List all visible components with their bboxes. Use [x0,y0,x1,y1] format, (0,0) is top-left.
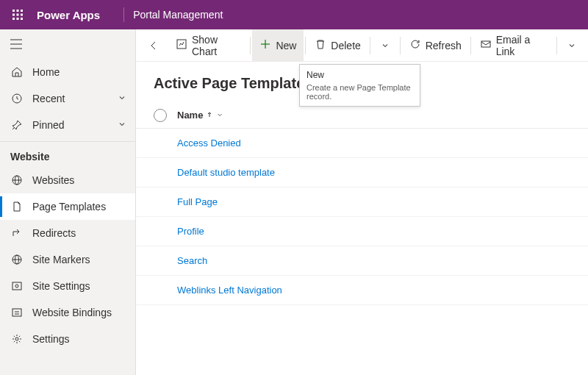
svg-rect-2 [21,10,23,12]
svg-rect-3 [12,14,15,16]
cmd-label: Show Chart [192,34,241,57]
mail-icon [480,38,492,52]
column-name[interactable]: Name [171,110,223,121]
email-more-button[interactable] [559,29,585,62]
command-bar: Show Chart New Delete [136,29,588,62]
sidebar-item-page-templates[interactable]: Page Templates [0,193,135,220]
new-button[interactable]: New [252,29,304,62]
sidebar-item-label: Site Settings [32,280,90,292]
email-link-button[interactable]: Email a Link [473,29,555,62]
table-row[interactable]: Access Denied [136,129,588,158]
table-row[interactable]: Search [136,246,588,276]
sidebar-item-websites[interactable]: Websites [0,167,135,193]
svg-rect-27 [481,41,490,47]
cmd-divider [400,37,401,54]
cmd-divider [250,37,251,54]
hamburger-button[interactable] [0,29,135,59]
sidebar-item-label: Websites [32,174,74,186]
sidebar-divider [0,141,135,142]
row-name-link[interactable]: Search [171,255,207,266]
sidebar-item-label: Settings [32,333,70,345]
tooltip-title: New [306,70,413,80]
sidebar-item-label: Website Bindings [32,307,112,318]
redirect-icon [10,226,24,240]
sidebar-item-settings[interactable]: Settings [0,326,135,352]
app-header: Power Apps Portal Management [0,0,588,29]
sidebar-item-label: Home [32,66,60,78]
chart-icon [176,38,187,52]
svg-line-13 [12,127,15,129]
svg-point-23 [15,338,18,340]
cmd-label: Refresh [426,40,462,51]
svg-rect-20 [12,282,21,290]
chevron-down-icon [216,110,223,121]
select-all[interactable] [149,109,171,122]
cmd-divider [470,37,471,54]
sidebar-item-home[interactable]: Home [0,59,135,85]
sort-asc-icon [206,110,213,121]
svg-rect-6 [12,18,15,20]
settings-icon [10,279,24,293]
trash-icon [315,38,326,52]
tooltip-body: Create a new Page Template record. [306,83,413,101]
table-row[interactable]: Full Page [136,188,588,217]
sidebar-item-label: Redirects [32,227,76,239]
cmd-divider [370,37,370,54]
back-button[interactable] [139,29,168,62]
plus-icon [259,38,271,52]
sidebar-group-website: Website [0,145,135,167]
svg-rect-22 [12,309,21,316]
header-divider [123,7,124,22]
sidebar: Home Recent Pinned Website [0,29,136,375]
table-row[interactable]: Default studio template [136,158,588,188]
row-name-link[interactable]: Profile [171,226,204,237]
sidebar-item-site-markers[interactable]: Site Markers [0,246,135,273]
refresh-icon [409,38,421,52]
brand-label[interactable]: Power Apps [37,9,100,21]
chevron-down-icon [118,119,126,131]
svg-rect-1 [17,10,19,12]
cmd-divider [556,37,557,54]
cmd-label: Email a Link [496,34,548,57]
app-name-label: Portal Management [133,9,223,21]
chevron-down-icon [118,93,126,104]
bindings-icon [10,306,24,319]
gear-icon [10,332,24,346]
sidebar-item-label: Site Markers [32,254,90,265]
cmd-label: New [276,40,296,51]
page-icon [10,200,24,213]
sidebar-item-website-bindings[interactable]: Website Bindings [0,299,135,326]
delete-more-button[interactable] [372,29,398,62]
sidebar-item-pinned[interactable]: Pinned [0,112,135,138]
svg-rect-0 [12,10,15,12]
globe-icon [10,253,24,266]
svg-point-21 [15,285,18,288]
cmd-label: Delete [331,40,360,51]
home-icon [10,65,24,79]
waffle-icon[interactable] [6,3,29,26]
grid-body: Access DeniedDefault studio templateFull… [136,129,588,305]
delete-button[interactable]: Delete [307,29,368,62]
svg-rect-8 [21,18,23,20]
row-name-link[interactable]: Default studio template [171,167,275,178]
sidebar-item-recent[interactable]: Recent [0,85,135,112]
row-name-link[interactable]: Full Page [171,196,218,207]
svg-rect-5 [21,14,23,16]
svg-rect-4 [17,14,19,16]
column-label: Name [177,110,203,121]
show-chart-button[interactable]: Show Chart [168,29,248,62]
main-content: Show Chart New Delete [136,29,588,375]
new-tooltip: New Create a new Page Template record. [299,64,420,107]
table-row[interactable]: Weblinks Left Navigation [136,276,588,305]
row-name-link[interactable]: Weblinks Left Navigation [171,285,282,296]
clock-icon [10,92,24,105]
refresh-button[interactable]: Refresh [402,29,469,62]
row-name-link[interactable]: Access Denied [171,138,241,149]
sidebar-item-site-settings[interactable]: Site Settings [0,273,135,299]
pin-icon [10,118,24,132]
cmd-divider [305,37,306,54]
sidebar-item-label: Pinned [32,119,65,131]
sidebar-item-redirects[interactable]: Redirects [0,220,135,246]
svg-rect-7 [17,18,19,20]
table-row[interactable]: Profile [136,217,588,246]
